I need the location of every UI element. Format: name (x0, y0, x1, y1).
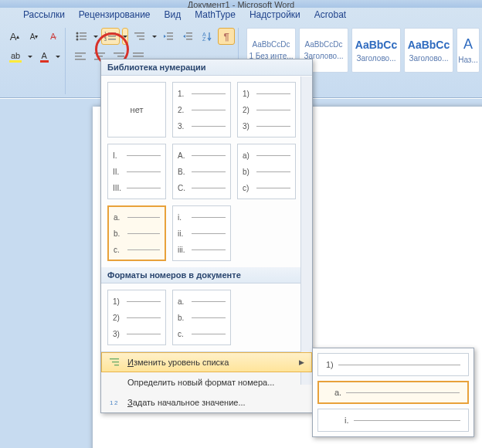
svg-rect-11 (108, 39, 116, 40)
show-marks-button[interactable]: ¶ (218, 28, 235, 45)
svg-rect-13 (137, 36, 144, 37)
svg-point-2 (76, 36, 79, 38)
multilevel-dropdown[interactable] (151, 28, 158, 45)
svg-rect-32 (133, 53, 144, 54)
style-title[interactable]: AНаз... (457, 28, 480, 73)
indent-increase-button[interactable] (179, 28, 196, 45)
svg-rect-18 (186, 32, 192, 34)
level-submenu: 1)a.i. (312, 348, 474, 437)
outdent-icon (163, 31, 174, 42)
clear-format-button[interactable]: A̶ (45, 28, 62, 45)
numbering-button[interactable]: 123 (101, 28, 120, 45)
numbering-option[interactable]: A.B.C. (172, 144, 231, 199)
font-grow-button[interactable]: A▴ (6, 28, 23, 45)
menu-change-level[interactable]: Изменить уровень списка ▶ (101, 352, 312, 372)
menu-set-start[interactable]: 12 Задать начальное значение... (101, 392, 312, 412)
numbering-library: нет1.2.3.1)2)3)I.II.III.A.B.C.a)b)c)a.b.… (101, 76, 312, 267)
bullets-icon (75, 31, 87, 42)
svg-text:1: 1 (110, 399, 114, 406)
svg-rect-17 (167, 39, 173, 40)
numbering-gallery-dropdown: Библиотека нумерации нет1.2.3.1)2)3)I.II… (100, 59, 313, 413)
tab-mathtype[interactable]: MathType (195, 9, 236, 20)
svg-rect-36 (112, 361, 119, 362)
font-shrink-button[interactable]: A▾ (25, 28, 42, 45)
style-heading-b[interactable]: AaBbCcЗаголово... (351, 28, 401, 73)
numbering-option[interactable]: a.b.c. (107, 205, 166, 261)
numbering-option[interactable]: a)b)c) (237, 144, 296, 199)
set-start-icon: 12 (109, 396, 121, 409)
svg-rect-29 (114, 53, 124, 54)
svg-rect-7 (108, 32, 116, 34)
svg-rect-30 (117, 56, 124, 57)
gallery-section-library: Библиотека нумерации (101, 59, 312, 76)
numbering-option[interactable]: 1)2)3) (237, 82, 296, 137)
numbering-option[interactable]: I.II.III. (107, 144, 166, 199)
svg-rect-3 (80, 36, 87, 37)
svg-rect-5 (80, 39, 87, 40)
bullets-dropdown[interactable] (93, 28, 99, 45)
svg-rect-9 (108, 36, 116, 37)
menu-define-format[interactable]: Определить новый формат номера... (101, 372, 312, 392)
svg-rect-15 (167, 32, 173, 34)
numbering-option[interactable]: нет (107, 82, 166, 137)
svg-rect-23 (75, 53, 86, 54)
svg-point-4 (76, 39, 79, 41)
svg-rect-33 (133, 56, 144, 57)
numbering-option[interactable]: a.b.c. (172, 290, 231, 345)
sort-icon: AZ (202, 31, 212, 42)
indent-icon (182, 31, 193, 42)
numbering-option[interactable]: i.ii.iii. (172, 205, 231, 261)
highlight-button[interactable]: ab (6, 48, 25, 65)
submenu-arrow-icon: ▶ (299, 358, 304, 366)
gallery-section-doc: Форматы номеров в документе (101, 267, 312, 283)
svg-rect-20 (186, 39, 192, 40)
svg-rect-27 (97, 56, 103, 57)
sort-button[interactable]: AZ (199, 28, 216, 45)
level-option[interactable]: i. (317, 409, 469, 432)
svg-rect-14 (139, 39, 144, 40)
svg-rect-12 (134, 32, 144, 34)
font-color-dropdown[interactable] (55, 48, 61, 65)
gallery-scrollbar[interactable] (300, 76, 312, 385)
highlight-dropdown[interactable] (27, 48, 33, 65)
svg-rect-25 (75, 59, 86, 60)
level-option[interactable]: 1) (317, 353, 469, 376)
numbering-doc-formats: 1)2)3)a.b.c. (101, 283, 312, 351)
svg-rect-19 (186, 36, 192, 37)
bullets-button[interactable] (72, 28, 90, 45)
svg-rect-1 (80, 32, 87, 34)
define-format-icon (109, 376, 121, 389)
svg-rect-37 (114, 365, 119, 365)
tab-view[interactable]: Вид (165, 9, 182, 20)
level-option[interactable]: a. (317, 381, 469, 404)
align-left-button[interactable] (72, 48, 89, 65)
multilevel-icon (134, 31, 146, 42)
tab-mailings[interactable]: Рассылки (23, 9, 65, 20)
svg-rect-16 (167, 36, 173, 37)
tab-acrobat[interactable]: Acrobat (314, 9, 346, 20)
style-heading-c[interactable]: AaBbCcЗаголово... (404, 28, 453, 73)
window-title: Документ1 - Microsoft Word (0, 0, 482, 8)
svg-rect-24 (75, 56, 82, 57)
numbering-dropdown[interactable] (122, 28, 128, 45)
tab-review[interactable]: Рецензирование (79, 9, 151, 20)
numbering-option[interactable]: 1)2)3) (107, 290, 166, 345)
svg-text:3: 3 (104, 37, 107, 42)
numbering-option[interactable]: 1.2.3. (172, 82, 231, 137)
svg-rect-26 (94, 53, 105, 54)
indent-level-icon (109, 356, 121, 368)
multilevel-button[interactable] (131, 28, 149, 45)
svg-point-0 (76, 32, 79, 35)
indent-decrease-button[interactable] (160, 28, 177, 45)
ribbon-tabs: Рассылки Рецензирование Вид MathType Над… (0, 8, 482, 23)
svg-rect-35 (110, 358, 119, 359)
tab-addins[interactable]: Надстройки (249, 9, 300, 20)
svg-text:Z: Z (202, 36, 206, 42)
font-color-button[interactable]: A (36, 48, 53, 65)
numbering-icon: 123 (104, 31, 117, 42)
svg-text:2: 2 (114, 399, 118, 406)
